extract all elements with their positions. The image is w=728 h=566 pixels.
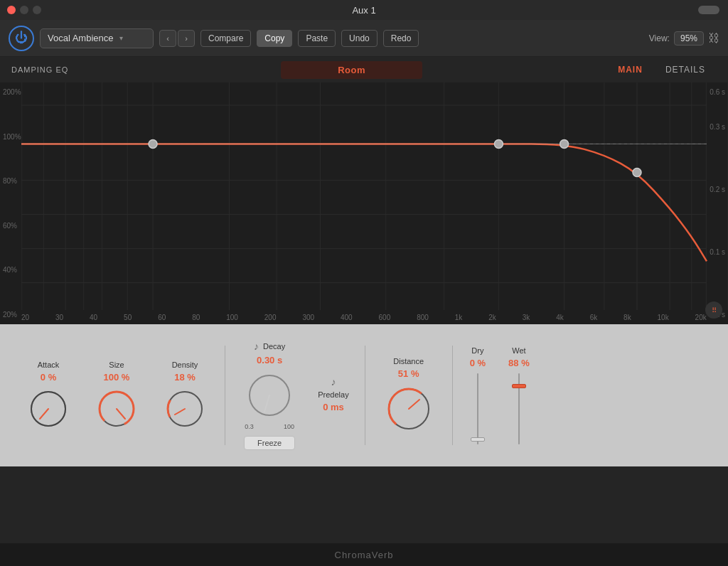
density-label: Density	[172, 361, 198, 369]
main-tab-button[interactable]: MAIN	[606, 61, 654, 78]
decay-min-label: 0.3	[245, 423, 254, 430]
decay-knob[interactable]	[245, 370, 294, 420]
dropdown-arrow-icon: ▾	[119, 34, 123, 42]
nav-prev-button[interactable]: ‹	[159, 30, 176, 47]
svg-line-2	[40, 409, 48, 419]
nav-buttons: ‹ ›	[159, 30, 195, 47]
wet-fader-handle[interactable]	[512, 384, 526, 388]
decay-label: Decay	[263, 342, 285, 351]
decay-value: 0.30 s	[257, 355, 282, 368]
view-value[interactable]: 95%	[674, 31, 704, 46]
details-tab-button[interactable]: DETAILS	[654, 61, 717, 78]
paste-button[interactable]: Paste	[298, 30, 336, 47]
predelay-music-note-icon: ♪	[331, 376, 336, 388]
decay-max-label: 100	[284, 423, 294, 430]
section-header: DAMPING EQ Room MAIN DETAILS	[0, 57, 728, 82]
wet-label: Wet	[512, 346, 525, 355]
controls-area: Attack 0 % Size 100 %	[0, 324, 728, 466]
dry-fader-group: Dry 0 %	[459, 346, 497, 444]
preset-dropdown[interactable]: Vocal Ambience ▾	[40, 28, 154, 48]
power-button[interactable]: ⏻	[9, 26, 34, 51]
divider-2	[365, 346, 365, 445]
redo-button[interactable]: Redo	[383, 30, 419, 47]
size-knob[interactable]	[95, 388, 138, 430]
brand-bar: ChromaVerb	[0, 543, 728, 566]
distance-value: 51 %	[398, 368, 419, 381]
toolbar: ⏻ Vocal Ambience ▾ ‹ › Compare Copy Past…	[0, 20, 728, 57]
view-label: View:	[649, 33, 670, 43]
brand-name: ChromaVerb	[335, 550, 394, 560]
decay-music-note-icon: ♪	[254, 341, 259, 352]
density-group: Density 18 %	[151, 361, 219, 430]
wet-fader[interactable]	[512, 373, 526, 444]
preset-name: Vocal Ambience	[48, 33, 114, 43]
svg-line-13	[409, 400, 419, 409]
nav-next-button[interactable]: ›	[178, 30, 195, 47]
grid-dots-icon[interactable]: ⠿	[705, 301, 722, 319]
eq-chart[interactable]: 200% 100% 80% 60% 40% 20% 0.6 s 0.3 s 0.…	[0, 82, 728, 324]
attack-knob[interactable]	[27, 388, 70, 430]
divider-1	[225, 346, 225, 445]
wet-fader-group: Wet 88 %	[497, 346, 541, 444]
distance-label: Distance	[393, 357, 424, 365]
svg-line-10	[264, 395, 269, 412]
maximize-btn[interactable]	[33, 6, 41, 14]
plugin-area: DAMPING EQ Room MAIN DETAILS 200% 100% 8…	[0, 57, 728, 543]
compare-button[interactable]: Compare	[200, 30, 251, 47]
damping-eq-label: DAMPING EQ	[11, 65, 97, 74]
size-group: Size 100 %	[82, 361, 151, 430]
attack-value: 0 %	[41, 372, 56, 385]
freeze-button[interactable]: Freeze	[244, 436, 295, 450]
dry-fader-track	[477, 373, 478, 444]
room-tab-button[interactable]: Room	[281, 61, 422, 79]
title-bar: Aux 1	[0, 0, 728, 20]
main-details-tabs: MAIN DETAILS	[606, 61, 717, 78]
minimize-btn[interactable]	[20, 6, 28, 14]
svg-line-5	[117, 409, 125, 419]
view-control: View: 95% ⛓	[649, 31, 719, 46]
link-icon[interactable]: ⛓	[708, 32, 719, 45]
size-label: Size	[109, 361, 124, 369]
predelay-label: Predelay	[318, 390, 348, 399]
predelay-value: 0 ms	[323, 402, 344, 415]
undo-button[interactable]: Undo	[341, 30, 378, 47]
attack-group: Attack 0 %	[14, 361, 82, 430]
window-control-right[interactable]	[698, 6, 719, 14]
predelay-group: ♪ Predelay 0 ms	[308, 376, 358, 415]
density-value: 18 %	[174, 372, 196, 385]
distance-knob[interactable]	[384, 384, 434, 434]
size-value: 100 %	[104, 372, 130, 385]
svg-line-8	[175, 409, 185, 415]
traffic-lights	[7, 6, 41, 14]
dry-fader[interactable]	[471, 373, 485, 444]
dry-value: 0 %	[470, 358, 486, 370]
decay-x-labels: 0.3 100	[245, 423, 294, 430]
copy-button[interactable]: Copy	[257, 30, 292, 47]
dry-fader-handle[interactable]	[471, 437, 485, 442]
distance-group: Distance 51 %	[371, 357, 446, 434]
close-btn[interactable]	[7, 6, 16, 14]
wet-value: 88 %	[508, 358, 530, 370]
room-tab-container: Room	[97, 61, 606, 79]
window-title: Aux 1	[352, 5, 375, 16]
divider-3	[452, 346, 453, 445]
density-knob[interactable]	[164, 388, 206, 430]
dry-label: Dry	[471, 346, 483, 355]
decay-group: ♪ Decay 0.30 s 0.3 100 Freeze	[231, 341, 308, 450]
attack-label: Attack	[38, 361, 60, 369]
